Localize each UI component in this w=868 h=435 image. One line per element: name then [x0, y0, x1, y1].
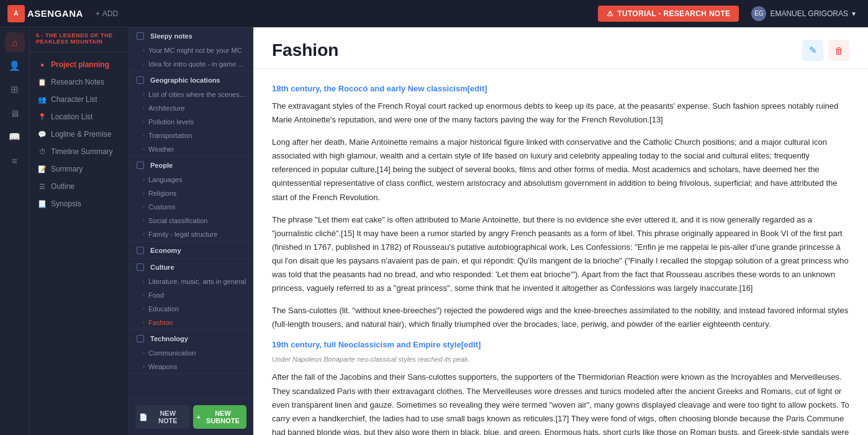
new-note-icon: 📄: [139, 413, 148, 421]
nav-item-synopsis[interactable]: 📃 Synopsis: [30, 195, 129, 213]
paragraph-1-0: After the fall of the Jacobins and their…: [272, 370, 849, 435]
nav-item-outline[interactable]: ☰ Outline: [30, 178, 129, 195]
note-item-fashion[interactable]: › Fashion: [129, 316, 253, 329]
note-text-architecture: Architecture: [148, 104, 185, 112]
sidebar-icon-monitor[interactable]: 🖥: [5, 103, 25, 123]
note-text-food: Food: [148, 291, 164, 299]
new-note-label: NEW NOTE: [150, 410, 186, 424]
checkbox-economy: [137, 247, 144, 254]
chevron-weapons-icon: ›: [143, 364, 145, 370]
new-subnote-label: NEW SUBNOTE: [203, 410, 243, 424]
user-name: EMANUEL GRIGORAS: [770, 9, 848, 18]
chevron-pollution-icon: ›: [143, 119, 145, 125]
main-layout: ⌂ 👤 ⊞ 🖥 📖 ≡ 5 - THE LEGENDS OF THE PEAKL…: [0, 27, 868, 435]
nav-item-logline-premise[interactable]: 💬 Logline & Premise: [30, 126, 129, 143]
notes-bottom-actions: 📄 NEW NOTE + NEW SUBNOTE: [129, 398, 253, 435]
note-item-architecture[interactable]: › Architecture: [129, 101, 253, 115]
nav-item-timeline-summary[interactable]: ⏱ Timeline Summary: [30, 143, 129, 160]
note-item-languages[interactable]: › Languages: [129, 173, 253, 186]
edit-button[interactable]: ✎: [802, 40, 823, 61]
content-body: 18th century, the Rococó and early New c…: [253, 69, 868, 435]
section-header-geographic[interactable]: Geographic locations: [129, 71, 253, 88]
section-header-culture[interactable]: Culture: [129, 259, 253, 275]
chevron-literature-icon: ›: [143, 278, 145, 285]
note-item-weapons[interactable]: › Weapons: [129, 360, 253, 373]
sidebar-icon-layers[interactable]: ≡: [5, 150, 25, 170]
note-item-food[interactable]: › Food: [129, 288, 253, 302]
tutorial-label: TUTORIAL - RESEARCH NOTE: [617, 9, 730, 18]
note-item-weather[interactable]: › Weather: [129, 142, 253, 156]
note-item-religions[interactable]: › Religions: [129, 186, 253, 200]
content-actions: ✎ 🗑: [802, 40, 849, 61]
nav-item-character-list[interactable]: 👥 Character List: [30, 91, 129, 108]
section-economy: Economy: [129, 242, 253, 259]
section-people: People › Languages › Religions › Customs…: [129, 157, 253, 242]
note-item-social[interactable]: › Social classification: [129, 214, 253, 227]
nav-label-outline: Outline: [51, 182, 75, 191]
checkbox-culture: [137, 263, 144, 271]
section-header-economy[interactable]: Economy: [129, 242, 253, 258]
nav-icon-character-list: 👥: [37, 94, 47, 104]
tutorial-icon: ⚠: [607, 9, 613, 18]
project-nav: ● Project planning 📋 Research Notes 👥 Ch…: [30, 52, 129, 435]
note-item-pollution[interactable]: › Pollution levels: [129, 115, 253, 129]
note-item-literature[interactable]: › Literature, music, arts in general: [129, 275, 253, 288]
sidebar-icon-person[interactable]: 👤: [5, 56, 25, 76]
chevron-architecture-icon: ›: [143, 105, 145, 111]
new-subnote-button[interactable]: + NEW SUBNOTE: [193, 405, 247, 429]
paragraph-0-0: The extravagant styles of the French Roy…: [272, 99, 849, 127]
note-item-education[interactable]: › Education: [129, 302, 253, 316]
chevron-intro-icon: ›: [143, 61, 145, 67]
note-text-pollution: Pollution levels: [148, 118, 194, 126]
nav-icon-summary: 📝: [37, 164, 47, 174]
section-title-geographic: Geographic locations: [150, 76, 220, 84]
chevron-customs-icon: ›: [143, 204, 145, 210]
note-item-mc[interactable]: › Your MC might not be your MC: [129, 44, 253, 57]
note-text-weather: Weather: [148, 145, 174, 153]
add-button[interactable]: + ADD: [91, 7, 123, 21]
chevron-family-icon: ›: [143, 231, 145, 237]
nav-label-research-notes: Research Notes: [51, 78, 104, 86]
section-subtitle-1: Under Napoleon Bonaparte neo-classical s…: [272, 355, 849, 363]
note-item-transportation[interactable]: › Transportation: [129, 129, 253, 142]
note-text-literature: Literature, music, arts in general: [148, 278, 246, 285]
note-text-social: Social classification: [148, 217, 207, 224]
section-title-sleepy-notes: Sleepy notes: [150, 32, 192, 40]
new-note-button[interactable]: 📄 NEW NOTE: [135, 405, 189, 429]
section-header-technology[interactable]: Technology: [129, 330, 253, 346]
tutorial-button[interactable]: ⚠ TUTORIAL - RESEARCH NOTE: [598, 6, 739, 22]
logo-icon: A: [7, 5, 25, 22]
user-chevron-icon: ▾: [852, 9, 856, 18]
nav-label-project-planning: Project planning: [51, 60, 109, 69]
note-text-mc: Your MC might not be your MC: [148, 47, 242, 54]
nav-item-summary[interactable]: 📝 Summary: [30, 160, 129, 178]
note-item-communication[interactable]: › Communication: [129, 346, 253, 360]
sidebar-icon-home[interactable]: ⌂: [5, 32, 25, 52]
chevron-weather-icon: ›: [143, 146, 145, 152]
section-culture: Culture › Literature, music, arts in gen…: [129, 259, 253, 330]
note-text-family: Family - legal structure: [148, 231, 217, 238]
section-header-sleepy-notes[interactable]: Sleepy notes: [129, 27, 253, 44]
project-label: 5 - THE LEGENDS OF THE PEAKLESS MOUNTAIN: [36, 32, 122, 45]
nav-item-location-list[interactable]: 📍 Location List: [30, 108, 129, 126]
checkbox-geographic: [137, 76, 144, 84]
delete-button[interactable]: 🗑: [828, 40, 849, 61]
nav-icon-synopsis: 📃: [37, 199, 47, 209]
project-selector[interactable]: 5 - THE LEGENDS OF THE PEAKLESS MOUNTAIN: [30, 27, 129, 52]
chevron-cities-icon: ›: [143, 91, 145, 98]
sidebar-icon-book[interactable]: 📖: [5, 127, 25, 147]
nav-item-project-planning[interactable]: ● Project planning: [30, 56, 129, 73]
note-item-family[interactable]: › Family - legal structure: [129, 227, 253, 241]
note-item-intro[interactable]: › Idea for intro quote - in game di...: [129, 57, 253, 71]
note-item-cities[interactable]: › List of cities where the scenes ...: [129, 88, 253, 101]
note-item-customs[interactable]: › Customs: [129, 200, 253, 214]
sidebar-icon-grid[interactable]: ⊞: [5, 80, 25, 99]
nav-label-location-list: Location List: [51, 112, 93, 121]
add-label: ADD: [102, 9, 118, 18]
nav-item-research-notes[interactable]: 📋 Research Notes: [30, 73, 129, 91]
nav-icon-timeline: ⏱: [37, 147, 47, 157]
section-title-technology: Technology: [150, 335, 188, 342]
user-menu[interactable]: EG EMANUEL GRIGORAS ▾: [746, 4, 861, 24]
section-header-people[interactable]: People: [129, 157, 253, 173]
nav-label-summary: Summary: [51, 165, 83, 173]
